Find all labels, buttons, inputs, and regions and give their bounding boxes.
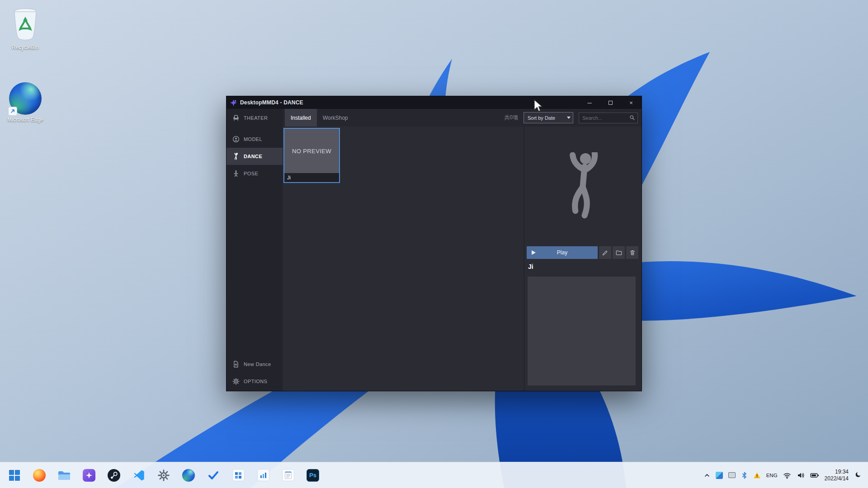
photoshop-icon: Ps <box>307 469 319 482</box>
taskbar-firefox[interactable] <box>29 465 49 485</box>
edit-icon <box>602 249 609 256</box>
description-box <box>528 277 636 385</box>
folder-icon <box>616 249 622 256</box>
stats-app-icon <box>257 469 269 481</box>
edge-icon <box>182 469 195 482</box>
sidebar-item-theater[interactable]: THEATER <box>226 109 283 127</box>
taskbar-notepad[interactable] <box>278 465 298 485</box>
close-button[interactable]: × <box>621 96 642 109</box>
tab-installed[interactable]: Installed <box>285 109 317 127</box>
new-dance-icon <box>232 361 240 368</box>
tile-no-preview: NO PREVIEW <box>284 129 339 173</box>
search-icon <box>629 115 635 121</box>
edit-button[interactable] <box>599 246 611 259</box>
edge-icon <box>9 82 42 115</box>
tray-clock[interactable]: 19:34 2022/4/14 <box>825 469 849 482</box>
moon-icon[interactable] <box>854 471 862 479</box>
tray-chevron-up-icon[interactable] <box>704 472 710 479</box>
desktop-icon-label: Microsoft Edge <box>7 117 43 123</box>
battery-icon[interactable] <box>810 471 819 479</box>
check-icon <box>208 469 219 481</box>
sidebar-spacer <box>226 182 283 356</box>
maximize-icon <box>609 101 613 105</box>
sidebar-item-new-dance[interactable]: New Dance <box>226 356 283 373</box>
sidebar-item-dance[interactable]: DANCE <box>226 148 283 165</box>
dance-grid: NO PREVIEW Ji <box>283 127 524 391</box>
shortcut-arrow-icon <box>8 107 17 116</box>
chevron-down-icon <box>565 113 573 123</box>
play-button[interactable]: Play <box>527 246 598 259</box>
items-count: 共0项 <box>504 114 518 122</box>
steam-icon <box>108 469 120 482</box>
dance-tile-ji[interactable]: NO PREVIEW Ji <box>283 128 340 183</box>
taskbar-steam[interactable] <box>104 465 124 485</box>
desktopmmd-icon <box>83 469 95 482</box>
taskbar-settings[interactable] <box>154 465 174 485</box>
volume-icon[interactable] <box>797 471 805 479</box>
taskbar-start[interactable] <box>5 465 24 485</box>
search-box <box>579 113 638 123</box>
minimize-button[interactable]: ─ <box>579 96 600 109</box>
tab-workshop[interactable]: WorkShop <box>317 109 354 127</box>
detail-panel: Play <box>524 127 642 391</box>
tray-app-icon[interactable] <box>716 472 723 479</box>
settings-gear-icon <box>158 469 170 481</box>
delete-button[interactable] <box>626 246 638 259</box>
desktopmmd-window: DesktopMMD4 - DANCE ─ × THEATER <box>226 96 642 391</box>
dance-icon <box>232 153 240 160</box>
bluetooth-icon[interactable] <box>741 472 748 479</box>
sidebar-item-pose[interactable]: POSE <box>226 165 283 182</box>
desktop-icon-recycle-bin[interactable]: RecycleBin <box>4 5 47 51</box>
open-folder-button[interactable] <box>613 246 625 259</box>
topbar: Installed WorkShop 共0项 Sort by Date <box>283 109 642 127</box>
sidebar-item-model[interactable]: MODEL <box>226 131 283 148</box>
window-title: DesktopMMD4 - DANCE <box>240 99 303 106</box>
gear-icon <box>232 378 240 385</box>
wifi-icon[interactable] <box>783 471 791 479</box>
desktop-icon-label: RecycleBin <box>12 44 39 51</box>
taskbar-edge[interactable] <box>179 465 198 485</box>
sidebar-item-label: OPTIONS <box>244 379 267 384</box>
app-logo-icon <box>230 99 237 106</box>
window-titlebar[interactable]: DesktopMMD4 - DANCE ─ × <box>226 96 642 109</box>
firefox-icon <box>33 469 46 482</box>
sidebar-item-options[interactable]: OPTIONS <box>226 373 283 390</box>
taskbar-stats-app[interactable] <box>253 465 273 485</box>
maximize-button[interactable] <box>600 96 621 109</box>
sidebar-item-label: New Dance <box>244 361 271 367</box>
sidebar-item-label: THEATER <box>244 115 268 121</box>
notepad-icon <box>282 469 294 481</box>
model-icon <box>232 136 240 143</box>
sidebar-item-label: POSE <box>244 171 258 176</box>
sort-dropdown[interactable]: Sort by Date <box>524 112 573 123</box>
play-icon <box>532 250 536 255</box>
recycle-bin-icon <box>9 5 41 42</box>
dancer-icon <box>558 152 609 221</box>
tray-device-icon[interactable] <box>728 472 736 478</box>
detail-preview <box>524 127 642 246</box>
tray-date: 2022/4/14 <box>825 475 849 482</box>
taskbar-vscode[interactable] <box>129 465 149 485</box>
start-icon <box>9 469 20 481</box>
desktop-icon-edge[interactable]: Microsoft Edge <box>4 82 47 123</box>
sidebar-item-label: MODEL <box>244 136 262 142</box>
close-icon: × <box>629 99 633 106</box>
search-input[interactable] <box>582 115 629 121</box>
taskbar-store-app[interactable] <box>228 465 248 485</box>
taskbar-todo[interactable] <box>203 465 223 485</box>
minimize-icon: ─ <box>587 99 591 106</box>
tile-caption: Ji <box>284 173 339 182</box>
store-app-icon <box>232 469 245 481</box>
tray-time: 19:34 <box>825 469 849 475</box>
detail-item-name: Ji <box>528 263 642 272</box>
sidebar-item-label: DANCE <box>244 154 262 159</box>
trash-icon <box>629 249 636 256</box>
warning-icon[interactable] <box>753 472 761 479</box>
taskbar-file-explorer[interactable] <box>54 465 74 485</box>
taskbar-desktopmmd[interactable] <box>79 465 99 485</box>
theater-seat-icon <box>232 114 240 122</box>
taskbar: Ps ENG <box>0 462 868 488</box>
taskbar-photoshop[interactable]: Ps <box>303 465 323 485</box>
sidebar: THEATER MODEL <box>226 109 283 391</box>
language-indicator[interactable]: ENG <box>766 473 778 478</box>
